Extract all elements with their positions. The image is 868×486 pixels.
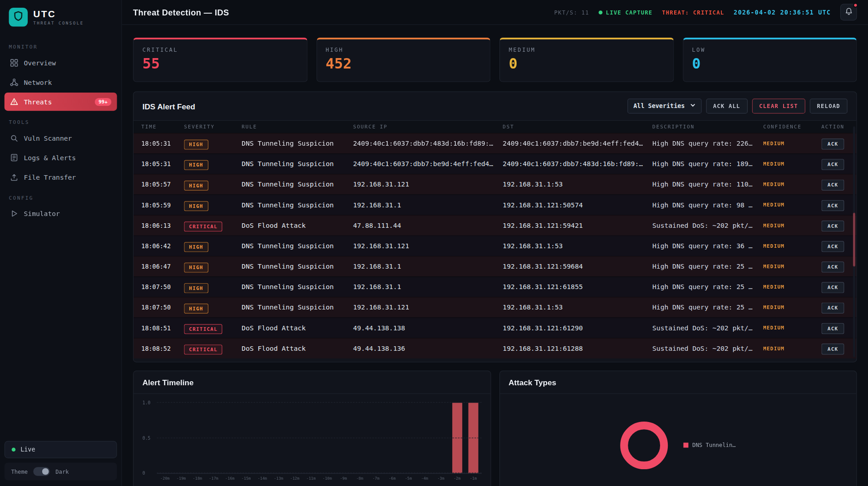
table-header: TIMESEVERITYRULESOURCE IPDSTDESCRIPTIONC… xyxy=(133,121,856,133)
cell-action: ACK xyxy=(821,240,856,252)
ack-button[interactable]: ACK xyxy=(821,282,844,293)
sidebar: UTC THREAT CONSOLE MONITOROverviewNetwor… xyxy=(0,0,122,486)
cell-dst: 2409:40c1:6037:dbb7:be9d:4eff:fed4… xyxy=(503,140,652,147)
alert-table-body: 18:05:31HIGHDNS Tunneling Suspicion2409:… xyxy=(133,133,856,358)
card-label: LOW xyxy=(692,47,847,53)
theme-toggle[interactable] xyxy=(33,467,50,476)
viewport: UTC THREAT CONSOLE MONITOROverviewNetwor… xyxy=(0,0,868,486)
reload-button[interactable]: RELOAD xyxy=(810,98,848,113)
nav-section-label: CONFIG xyxy=(9,195,113,201)
timeline-plot: 00.51.0 xyxy=(157,403,482,474)
ack-button[interactable]: ACK xyxy=(821,323,844,334)
content: CRITICAL55HIGH452MEDIUM0LOW0 IDS Alert F… xyxy=(122,25,868,486)
chevron-down-icon xyxy=(690,103,695,110)
timeline-title: Alert Timeline xyxy=(143,378,194,387)
ack-button[interactable]: ACK xyxy=(821,180,844,191)
sidebar-item-file-transfer[interactable]: File Transfer xyxy=(5,168,117,186)
ack-button[interactable]: ACK xyxy=(821,159,844,170)
cell-action: ACK xyxy=(821,322,856,334)
notifications-button[interactable] xyxy=(840,4,857,21)
cell-confidence: MEDIUM xyxy=(763,243,821,249)
cell-time: 18:06:47 xyxy=(141,263,184,270)
cell-source-ip: 49.44.138.138 xyxy=(353,324,503,332)
cell-description: Sustained DoS: ~202 pkt/… xyxy=(652,344,763,352)
severity-badge: HIGH xyxy=(184,139,208,149)
attack-types-donut xyxy=(620,421,668,469)
column-header: TIME xyxy=(141,124,184,129)
ack-button[interactable]: ACK xyxy=(821,241,844,252)
ack-button[interactable]: ACK xyxy=(821,200,844,211)
x-tick-label: -5m xyxy=(400,476,417,481)
ack-button[interactable]: ACK xyxy=(821,261,844,272)
sidebar-item-network[interactable]: Network xyxy=(5,73,117,91)
attack-types-chart: DNS Tunnelin… xyxy=(500,394,857,486)
attack-types-legend: DNS Tunnelin… xyxy=(684,442,736,448)
card-value: 0 xyxy=(692,57,847,71)
cell-rule: DoS Flood Attack xyxy=(242,221,353,229)
x-tick-label: -13m xyxy=(271,476,287,481)
feed-title: IDS Alert Feed xyxy=(143,102,195,111)
cell-dst: 192.168.31.121:61290 xyxy=(503,324,652,332)
cell-dst: 192.168.31.121:61855 xyxy=(503,283,652,291)
sidebar-item-vuln-scanner[interactable]: Vuln Scanner xyxy=(5,129,117,147)
warning-triangle-icon xyxy=(10,98,18,106)
cell-confidence: MEDIUM xyxy=(763,325,821,331)
summary-card-critical: CRITICAL55 xyxy=(133,38,307,82)
x-tick-label: -1m xyxy=(465,476,482,481)
card-label: MEDIUM xyxy=(509,47,664,53)
cell-description: High DNS query rate: 25 … xyxy=(652,304,763,311)
clear-list-button[interactable]: CLEAR LIST xyxy=(752,98,805,113)
x-tick-label: -7m xyxy=(368,476,384,481)
nav-item-label: Overview xyxy=(24,59,56,67)
sidebar-item-threats[interactable]: Threats99+ xyxy=(5,93,117,111)
bell-icon xyxy=(844,7,853,17)
x-tick-label: -18m xyxy=(189,476,206,481)
toggle-knob-icon xyxy=(42,468,49,475)
y-tick-label: 0.5 xyxy=(143,436,151,441)
card-value: 55 xyxy=(143,57,298,71)
cell-dst: 192.168.31.1:53 xyxy=(503,242,652,250)
cell-description: High DNS query rate: 25 … xyxy=(652,283,763,291)
cell-action: ACK xyxy=(821,281,856,293)
x-tick-label: -2m xyxy=(449,476,465,481)
cell-source-ip: 192.168.31.121 xyxy=(353,181,503,188)
ack-button[interactable]: ACK xyxy=(821,138,844,149)
cell-description: High DNS query rate: 36 … xyxy=(652,242,763,250)
nav-item-label: Threats xyxy=(24,98,52,105)
bottom-row: Alert Timeline 00.51.0 -20m-19m-18m-17m-… xyxy=(133,371,857,486)
ack-all-button[interactable]: ACK ALL xyxy=(706,98,748,113)
table-row: 18:05:31HIGHDNS Tunneling Suspicion2409:… xyxy=(133,153,856,174)
sidebar-item-simulator[interactable]: Simulator xyxy=(5,205,117,223)
sidebar-item-overview[interactable]: Overview xyxy=(5,54,117,72)
legend-label: DNS Tunnelin… xyxy=(692,442,736,448)
timeline-panel: Alert Timeline 00.51.0 -20m-19m-18m-17m-… xyxy=(133,371,491,486)
table-row: 18:06:47HIGHDNS Tunneling Suspicion192.1… xyxy=(133,256,856,276)
x-tick-label: -12m xyxy=(287,476,303,481)
scrollbar-thumb[interactable] xyxy=(853,213,855,266)
nav-item-label: Simulator xyxy=(24,210,59,217)
cell-time: 18:05:31 xyxy=(141,160,184,167)
cell-action: ACK xyxy=(821,137,856,150)
ack-button[interactable]: ACK xyxy=(821,221,844,231)
cell-time: 18:07:50 xyxy=(141,304,184,311)
nav-section-label: TOOLS xyxy=(9,120,113,125)
cell-severity: CRITICAL xyxy=(184,220,242,231)
threat-level: THREAT: CRITICAL xyxy=(662,9,724,15)
feed-panel-head: IDS Alert Feed All Severities ACK ALL CL… xyxy=(133,92,856,121)
attack-types-panel: Attack Types DNS Tunnelin… xyxy=(499,371,857,486)
app-root: UTC THREAT CONSOLE MONITOROverviewNetwor… xyxy=(0,0,868,486)
sidebar-item-logs-alerts[interactable]: Logs & Alerts xyxy=(5,148,117,167)
cell-dst: 192.168.31.1:53 xyxy=(503,304,652,311)
x-tick-label: -9m xyxy=(335,476,352,481)
header: Threat Detection — IDS PKT/S: 11 LIVE CA… xyxy=(122,0,868,25)
cell-time: 18:06:13 xyxy=(141,222,184,229)
card-label: HIGH xyxy=(326,47,481,53)
cell-confidence: MEDIUM xyxy=(763,223,821,228)
theme-label: Theme xyxy=(11,468,28,474)
column-header: CONFIDENCE xyxy=(763,124,821,129)
cell-dst: 192.168.31.121:61288 xyxy=(503,344,652,352)
ack-button[interactable]: ACK xyxy=(821,303,844,314)
severity-filter-select[interactable]: All Severities xyxy=(627,98,701,113)
ack-button[interactable]: ACK xyxy=(821,344,844,354)
nav-section-label: MONITOR xyxy=(9,44,113,50)
